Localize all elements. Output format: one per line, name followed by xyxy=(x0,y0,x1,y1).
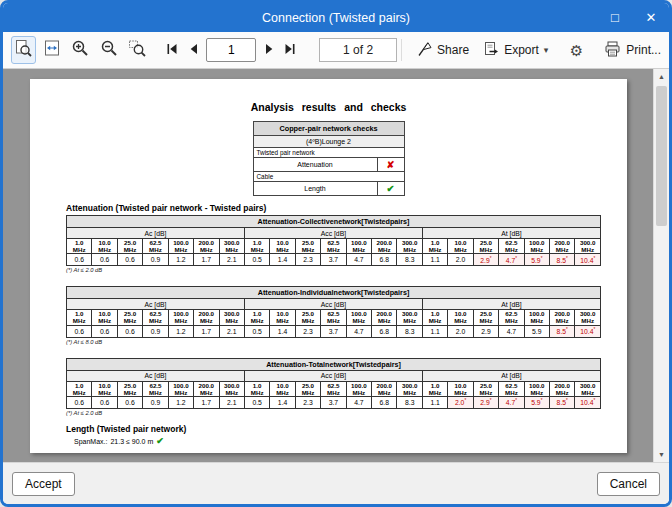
attenuation-value: 1.1 xyxy=(422,325,447,337)
gear-icon: ⚙ xyxy=(570,43,583,58)
checks-table-location: (4ºB)Lounge 2 xyxy=(253,136,404,148)
print-button[interactable]: Print... xyxy=(604,41,661,60)
prev-page-button[interactable] xyxy=(185,38,202,62)
scrollbar-thumb[interactable] xyxy=(656,86,667,226)
document-page: Analysis results and checks Copper-pair … xyxy=(30,79,627,453)
frequency-header-cell: 10.0MHz xyxy=(92,310,117,325)
frequency-header-cell: 62.5MHz xyxy=(321,239,346,254)
attenuation-table-block: Attenuation-Collectivenetwork[Twistedpai… xyxy=(66,215,601,273)
checks-table-wrap: Copper-pair network checks (4ºB)Lounge 2… xyxy=(30,121,627,196)
attenuation-value-flagged: 4.7* xyxy=(499,396,524,408)
attenuation-value: 0.6 xyxy=(117,325,142,337)
attenuation-value: 3.7 xyxy=(321,254,346,266)
frequency-header-cell: 100.0MHz xyxy=(168,310,193,325)
frequency-header-cell: 25.0MHz xyxy=(295,310,320,325)
attenuation-value: 1.4 xyxy=(270,396,295,408)
accept-button[interactable]: Accept xyxy=(12,472,75,496)
attenuation-group-header: Ac [dB] xyxy=(67,370,245,381)
checks-table-body: Copper-pair network checks (4ºB)Lounge 2… xyxy=(253,122,404,196)
check-fail-icon: ✘ xyxy=(377,158,404,172)
attenuation-value: 0.6 xyxy=(117,396,142,408)
vertical-scrollbar[interactable]: ▲ ▼ xyxy=(653,69,669,462)
attenuation-group-header: Acc [dB] xyxy=(244,370,422,381)
attenuation-value: 2.3 xyxy=(295,396,320,408)
preview-area: Analysis results and checks Copper-pair … xyxy=(3,69,669,462)
frequency-header-cell: 300.0MHz xyxy=(219,310,244,325)
attenuation-value: 0.6 xyxy=(92,325,117,337)
zoom-region-button[interactable] xyxy=(125,36,150,64)
attenuation-value: 0.6 xyxy=(92,396,117,408)
close-button[interactable]: ✕ xyxy=(633,3,669,32)
next-page-button[interactable] xyxy=(260,38,277,62)
frequency-header-cell: 25.0MHz xyxy=(473,381,498,396)
page-count-indicator: 1 of 2 xyxy=(319,38,397,62)
check-label: Length xyxy=(253,182,377,196)
zoom-in-button[interactable] xyxy=(68,36,93,64)
length-check-line: SpanMax.: 21.3 ≤ 90.0 m ✔ xyxy=(74,436,164,446)
last-page-button[interactable] xyxy=(282,38,299,62)
scroll-up-icon[interactable]: ▲ xyxy=(654,69,669,84)
attenuation-table: Attenuation-Collectivenetwork[Twistedpai… xyxy=(66,215,601,266)
attenuation-value: 8.3 xyxy=(397,254,422,266)
frequency-header-cell: 10.0MHz xyxy=(448,239,473,254)
zoom-out-icon xyxy=(100,39,118,61)
fit-width-button[interactable] xyxy=(40,36,65,64)
attenuation-group-header: At [dB] xyxy=(422,228,600,239)
frequency-header-cell: 1.0MHz xyxy=(244,239,269,254)
frequency-header-cell: 1.0MHz xyxy=(244,310,269,325)
frequency-header-cell: 200.0MHz xyxy=(194,381,219,396)
attenuation-section-heading: Attenuation (Twisted pair network - Twis… xyxy=(66,203,266,213)
attenuation-value: 3.7 xyxy=(321,396,346,408)
attenuation-value: 2.9 xyxy=(473,325,498,337)
maximize-button[interactable]: □ xyxy=(597,3,633,32)
last-page-icon xyxy=(284,41,296,59)
attenuation-value: 5.9 xyxy=(524,325,549,337)
frequency-header-cell: 25.0MHz xyxy=(117,239,142,254)
frequency-header-cell: 300.0MHz xyxy=(219,239,244,254)
attenuation-group-header: At [dB] xyxy=(422,370,600,381)
share-button[interactable]: Share xyxy=(416,41,469,60)
attenuation-table: Attenuation-Individualnetwork[Twistedpai… xyxy=(66,286,601,337)
check-section-label: Cable xyxy=(253,172,404,182)
cancel-button[interactable]: Cancel xyxy=(597,472,660,496)
attenuation-table-title: Attenuation-Totalnetwork[Twistedpairs] xyxy=(67,358,601,370)
attenuation-value: 1.7 xyxy=(194,325,219,337)
frequency-header-cell: 62.5MHz xyxy=(143,381,168,396)
toolbar-separator xyxy=(401,39,402,61)
attenuation-value: 0.6 xyxy=(117,254,142,266)
frequency-header-cell: 100.0MHz xyxy=(524,310,549,325)
attenuation-footnote: (*) At ≤ 8.0 dB xyxy=(66,339,601,345)
frequency-header-cell: 100.0MHz xyxy=(168,381,193,396)
attenuation-group-header: Acc [dB] xyxy=(244,228,422,239)
scroll-down-icon[interactable]: ▼ xyxy=(654,447,669,462)
frequency-header-cell: 100.0MHz xyxy=(524,381,549,396)
attenuation-value: 2.1 xyxy=(219,325,244,337)
attenuation-table: Attenuation-Totalnetwork[Twistedpairs]Ac… xyxy=(66,358,601,409)
page-number-input[interactable] xyxy=(206,38,256,62)
zoom-out-button[interactable] xyxy=(97,36,122,64)
attenuation-value: 4.7 xyxy=(346,254,371,266)
attenuation-value-flagged: 5.9* xyxy=(524,396,549,408)
attenuation-group-header: Ac [dB] xyxy=(67,228,245,239)
frequency-header-cell: 200.0MHz xyxy=(194,310,219,325)
attenuation-value-flagged: 8.5* xyxy=(550,254,575,266)
next-page-icon xyxy=(263,41,275,59)
export-icon xyxy=(483,41,499,60)
frequency-header-cell: 25.0MHz xyxy=(117,310,142,325)
attenuation-value: 0.6 xyxy=(92,254,117,266)
attenuation-table-block: Attenuation-Individualnetwork[Twistedpai… xyxy=(66,286,601,344)
frequency-header-cell: 200.0MHz xyxy=(550,310,575,325)
frequency-header-cell: 62.5MHz xyxy=(143,310,168,325)
attenuation-value: 0.5 xyxy=(244,325,269,337)
attenuation-value: 0.9 xyxy=(143,396,168,408)
zoom-selection-button[interactable] xyxy=(11,36,36,64)
frequency-header-cell: 10.0MHz xyxy=(448,310,473,325)
attenuation-value: 2.0 xyxy=(448,325,473,337)
first-page-button[interactable] xyxy=(164,38,181,62)
attenuation-value: 4.7 xyxy=(346,396,371,408)
frequency-header-cell: 62.5MHz xyxy=(321,381,346,396)
chevron-down-icon: ▾ xyxy=(544,45,549,55)
export-button[interactable]: Export ▾ xyxy=(483,41,548,60)
frequency-header-cell: 1.0MHz xyxy=(422,239,447,254)
settings-button[interactable]: ⚙ xyxy=(562,36,590,64)
